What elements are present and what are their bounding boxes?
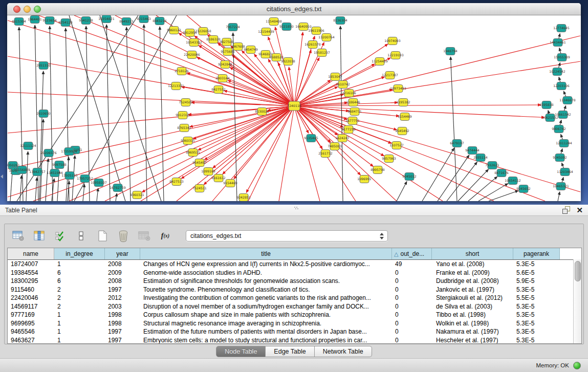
table-cell[interactable]: 0 (392, 311, 432, 319)
network-edge[interactable] (447, 162, 477, 201)
network-node[interactable]: 2651310 (36, 62, 51, 70)
network-edge[interactable] (478, 184, 508, 201)
network-node[interactable]: 8454749 (244, 46, 258, 54)
network-node[interactable]: 8765341 (177, 124, 191, 132)
network-node[interactable]: 9541238 (79, 17, 93, 25)
column-header-pagerank[interactable]: pagerank (513, 248, 560, 259)
table-row[interactable]: 1830029562008Estimation of significance … (8, 277, 581, 286)
table-cell[interactable]: 5.3E-5 (513, 336, 560, 344)
network-node[interactable]: 16782759 (110, 184, 126, 192)
network-node[interactable]: 9215463 (137, 15, 151, 23)
table-cell[interactable]: Tibbo et al. (1998) (432, 311, 513, 319)
table-row[interactable]: 977716911998Corpus callosum shape and si… (8, 311, 581, 319)
table-cell[interactable]: 2012 (105, 294, 140, 302)
table-cell[interactable]: 0 (392, 294, 432, 302)
network-edge[interactable] (74, 15, 177, 201)
table-cell[interactable]: 9115460 (8, 286, 54, 294)
table-cell[interactable]: Tourette syndrome. Phenomenology and cla… (140, 286, 392, 294)
table-cell[interactable]: 2009 (105, 269, 140, 277)
network-node[interactable]: 10465321 (553, 183, 569, 190)
network-edge[interactable] (294, 32, 303, 106)
zoom-window-button[interactable] (34, 6, 41, 13)
table-cell[interactable]: 0 (392, 269, 432, 277)
table-cell[interactable]: 5.3E-5 (513, 260, 560, 269)
row-height-icon[interactable] (75, 230, 88, 242)
network-node[interactable]: 9221850 (279, 23, 294, 31)
table-cell[interactable]: 1998 (105, 311, 140, 319)
network-node[interactable]: 13505135 (61, 172, 78, 180)
network-node[interactable]: 10654112 (505, 177, 521, 185)
network-node[interactable]: 1096991 (357, 176, 372, 183)
network-node[interactable]: 1099169 (201, 168, 215, 176)
network-edge[interactable] (10, 171, 12, 201)
table-cell[interactable]: 1 (54, 319, 105, 328)
table-cell[interactable]: 18724007 (8, 260, 54, 269)
network-node[interactable]: 12203106 (553, 82, 570, 90)
table-cell[interactable]: 0 (392, 336, 432, 344)
table-cell[interactable]: 1997 (105, 336, 140, 344)
network-node[interactable]: 19581237 (314, 49, 330, 57)
table-cell[interactable]: 0 (392, 302, 432, 311)
network-node[interactable]: 7524502 (179, 99, 193, 106)
network-node[interactable]: 12774645 (553, 25, 570, 32)
network-node[interactable]: 8843216 (153, 17, 167, 25)
table-row[interactable]: 1872400712008Changes of HCN gene express… (8, 260, 581, 269)
close-panel-icon[interactable]: ✕ (576, 207, 583, 214)
table-cell[interactable]: 2 (54, 286, 105, 294)
table-settings-icon[interactable] (12, 230, 25, 242)
network-node[interactable]: 8995798 (371, 166, 385, 174)
table-cell[interactable]: 0 (392, 327, 432, 336)
table-cell[interactable]: 9777169 (8, 311, 54, 319)
function-builder-icon[interactable]: f(x) (159, 230, 172, 242)
network-edge[interactable] (223, 106, 294, 174)
network-edge[interactable] (19, 27, 23, 201)
table-scrollbar[interactable] (573, 259, 581, 343)
network-edge[interactable] (69, 106, 294, 201)
network-node[interactable]: 9245092 (553, 154, 567, 162)
table-cell[interactable]: 0 (392, 319, 432, 328)
table-cell[interactable]: Investigating the contribution of common… (140, 294, 392, 302)
table-scrollbar-thumb[interactable] (575, 261, 581, 281)
table-cell[interactable]: Dudbridge et al. (2008) (432, 277, 513, 286)
network-node[interactable]: 11203464 (557, 168, 573, 176)
network-edge[interactable] (212, 106, 294, 201)
network-node[interactable]: 8136304 (333, 17, 347, 25)
network-node[interactable]: 2610650 (36, 110, 51, 118)
window-titlebar[interactable]: citations_edges.txt (7, 3, 581, 15)
network-node[interactable]: 1195382 (396, 99, 410, 106)
network-edge[interactable] (160, 27, 164, 201)
network-edge[interactable] (204, 106, 294, 185)
network-edge[interactable] (190, 106, 294, 127)
network-edge[interactable] (450, 57, 457, 201)
column-header-year[interactable]: year (105, 248, 140, 259)
network-edge[interactable] (97, 188, 98, 201)
table-cell[interactable]: 2 (54, 294, 105, 302)
network-node[interactable]: 1610742 (336, 81, 350, 89)
network-node[interactable]: 1595838 (539, 101, 554, 109)
network-node[interactable]: 7957224 (226, 24, 240, 31)
table-cell[interactable]: 6 (54, 277, 105, 286)
network-node[interactable]: 16261578 (304, 41, 321, 49)
network-node[interactable]: 12217387 (382, 72, 398, 79)
table-row[interactable]: 946554611997Estimation of the future num… (8, 327, 581, 336)
column-header-name[interactable]: name (8, 248, 54, 259)
table-cell[interactable]: Estimation of significance thresholds fo… (140, 277, 392, 286)
new-document-icon[interactable] (96, 230, 109, 242)
network-node[interactable]: 8969515 (186, 149, 200, 157)
network-node[interactable]: 2161732 (318, 150, 333, 158)
table-row[interactable]: 1456911722003Disruption of a novel membe… (8, 302, 581, 311)
table-cell[interactable]: Estimation of the future numbers of pati… (140, 327, 392, 336)
table-cell[interactable]: Nakamura et al. (1997) (432, 327, 513, 336)
splitter-grip[interactable] (294, 207, 298, 209)
table-selector-dropdown[interactable]: citations_edges.txt (186, 230, 388, 242)
network-node[interactable]: 7932621 (485, 162, 499, 169)
table-cell[interactable]: 9463627 (8, 336, 54, 344)
table-cell[interactable]: 1998 (105, 319, 140, 328)
network-node[interactable]: 6479197 (450, 140, 464, 147)
table-cell[interactable]: 5.3E-5 (513, 311, 560, 319)
table-cell[interactable]: Wolkin et al. (1998) (432, 319, 513, 328)
network-node[interactable]: 12011244 (556, 140, 572, 147)
table-cell[interactable]: 1 (54, 311, 105, 319)
table-cell[interactable]: 9465546 (8, 327, 54, 336)
table-cell[interactable]: Yano et al. (2008) (432, 260, 513, 269)
